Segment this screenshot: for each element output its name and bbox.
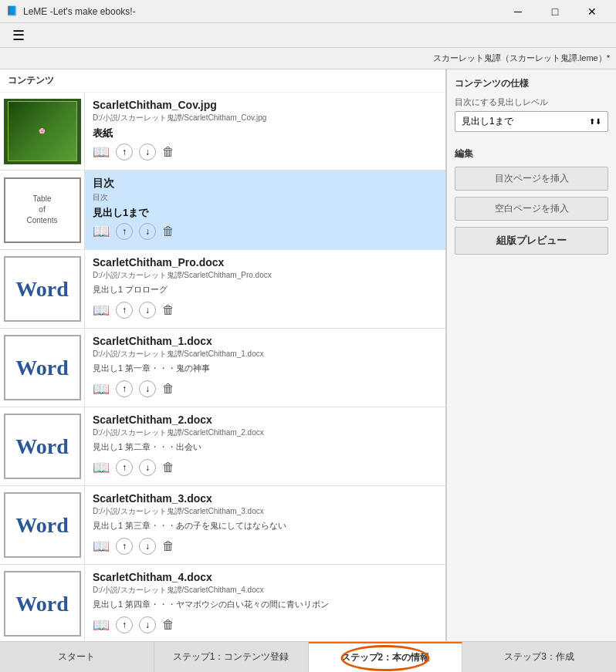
- delete-button[interactable]: 🗑: [162, 303, 174, 317]
- list-item: Word ScarletChitham_Pro.docx D:/小説/スカーレッ…: [0, 250, 445, 329]
- item-meta: 見出し1 第四章・・・ヤマボウシの白い花々の間に青いリボン: [93, 599, 438, 610]
- book-icon: 📖: [93, 144, 110, 160]
- tab-step2[interactable]: ステップ2：本の情報: [309, 642, 463, 672]
- insert-blank-button[interactable]: 空白ページを挿入: [455, 197, 608, 221]
- item-path: D:/小説/スカーレット鬼譚/ScarletChitham_Cov.jpg: [93, 113, 438, 123]
- item-meta: 見出し1 プロローグ: [93, 284, 438, 295]
- move-down-button[interactable]: ↓: [139, 380, 156, 397]
- delete-button[interactable]: 🗑: [162, 382, 174, 396]
- item-info-word3: ScarletChitham_2.docx D:/小説/スカーレット鬼譚/Sca…: [85, 407, 445, 485]
- item-thumbnail-word: Word: [0, 250, 85, 328]
- hamburger-menu[interactable]: ☰: [6, 24, 31, 47]
- list-item: Word ScarletChitham_2.docx D:/小説/スカーレット鬼…: [0, 407, 445, 486]
- delete-button[interactable]: 🗑: [162, 225, 174, 238]
- cover-inner: 🌸: [8, 101, 77, 161]
- menu-bar: ☰: [0, 23, 616, 48]
- item-info-word1: ScarletChitham_Pro.docx D:/小説/スカーレット鬼譚/S…: [85, 250, 445, 328]
- word-thumb: Word: [4, 571, 81, 637]
- item-thumbnail-word: Word: [0, 329, 85, 407]
- item-info-word5: ScarletChitham_4.docx D:/小説/スカーレット鬼譚/Sca…: [85, 565, 445, 641]
- top-bar: スカーレット鬼譚（スカーレット鬼譚.leme）*: [0, 48, 616, 69]
- book-icon: 📖: [93, 302, 110, 319]
- file-info: スカーレット鬼譚（スカーレット鬼譚.leme）*: [433, 52, 610, 64]
- item-thumbnail-toc: Table of Contents: [0, 171, 85, 249]
- main-layout: コンテンツ 🌸 ScarletChitham_Cov.jpg D:/小説/スカー…: [0, 69, 616, 641]
- move-up-button[interactable]: ↑: [116, 380, 133, 397]
- title-bar-controls: ─ □ ✕: [500, 0, 610, 23]
- list-item: 🌸 ScarletChitham_Cov.jpg D:/小説/スカーレット鬼譚/…: [0, 93, 445, 171]
- move-up-button[interactable]: ↑: [116, 302, 133, 319]
- heading-level-label: 目次にする見出しレベル: [455, 96, 608, 108]
- toc-thumb: Table of Contents: [4, 177, 81, 243]
- delete-button[interactable]: 🗑: [162, 145, 174, 159]
- move-down-button[interactable]: ↓: [139, 223, 156, 240]
- item-title: ScarletChitham_4.docx: [93, 571, 438, 583]
- move-up-button[interactable]: ↑: [116, 144, 133, 160]
- item-actions: 📖 ↑ ↓ 🗑: [93, 140, 438, 164]
- item-info-cover: ScarletChitham_Cov.jpg D:/小説/スカーレット鬼譚/Sc…: [85, 93, 445, 170]
- item-thumbnail-word: Word: [0, 486, 85, 564]
- cover-decoration: 🌸: [39, 128, 46, 134]
- app-title: LeME -Let's make ebooks!-: [23, 6, 136, 17]
- item-thumbnail-word: Word: [0, 565, 85, 641]
- book-icon: 📖: [93, 223, 110, 240]
- list-item: Word ScarletChitham_4.docx D:/小説/スカーレット鬼…: [0, 565, 445, 641]
- item-thumbnail-word: Word: [0, 407, 85, 485]
- item-actions: 📖 ↑ ↓ 🗑: [93, 456, 438, 479]
- minimize-button[interactable]: ─: [500, 0, 536, 23]
- book-icon: 📖: [93, 538, 110, 555]
- left-panel: コンテンツ 🌸 ScarletChitham_Cov.jpg D:/小説/スカー…: [0, 69, 446, 641]
- tab-start[interactable]: スタート: [0, 642, 154, 672]
- word-thumb: Word: [4, 256, 81, 322]
- delete-button[interactable]: 🗑: [162, 539, 174, 553]
- item-title: 目次: [93, 177, 438, 191]
- item-meta: 見出し1 第一章・・・鬼の神事: [93, 363, 438, 374]
- move-down-button[interactable]: ↓: [139, 459, 156, 476]
- item-actions: 📖 ↑ ↓ 🗑: [93, 220, 438, 243]
- cover-image: 🌸: [4, 99, 81, 164]
- tab-step3[interactable]: ステップ3：作成: [462, 642, 616, 672]
- edit-section-title: 編集: [455, 147, 608, 160]
- book-icon: 📖: [93, 380, 110, 397]
- item-actions: 📖 ↑ ↓ 🗑: [93, 299, 438, 322]
- item-title: ScarletChitham_Cov.jpg: [93, 99, 438, 111]
- move-down-button[interactable]: ↓: [139, 616, 156, 633]
- item-title: ScarletChitham_2.docx: [93, 414, 438, 426]
- item-actions: 📖 ↑ ↓ 🗑: [93, 535, 438, 558]
- item-info-word2: ScarletChitham_1.docx D:/小説/スカーレット鬼譚/Sca…: [85, 329, 445, 407]
- move-down-button[interactable]: ↓: [139, 538, 156, 555]
- move-down-button[interactable]: ↓: [139, 144, 156, 160]
- delete-button[interactable]: 🗑: [162, 461, 174, 474]
- move-up-button[interactable]: ↑: [116, 223, 133, 240]
- item-actions: 📖 ↑ ↓ 🗑: [93, 377, 438, 400]
- item-path: 目次: [93, 192, 438, 203]
- book-icon: 📖: [93, 616, 110, 633]
- item-meta: 見出し1まで: [93, 206, 438, 220]
- move-up-button[interactable]: ↑: [116, 538, 133, 555]
- move-up-button[interactable]: ↑: [116, 616, 133, 633]
- insert-toc-button[interactable]: 目次ページを挿入: [455, 167, 608, 191]
- preview-button[interactable]: 組版プレビュー: [455, 227, 608, 255]
- item-meta: 見出し1 第二章・・・出会い: [93, 441, 438, 453]
- word-thumb: Word: [4, 414, 81, 479]
- list-item[interactable]: Table of Contents 目次 目次 見出し1まで 📖 ↑ ↓ 🗑: [0, 171, 445, 250]
- item-title: ScarletChitham_1.docx: [93, 335, 438, 347]
- right-section-title: コンテンツの仕様: [455, 77, 608, 90]
- app-icon: 📘: [6, 5, 19, 18]
- close-button[interactable]: ✕: [574, 0, 610, 23]
- move-down-button[interactable]: ↓: [139, 302, 156, 319]
- chevron-down-icon: ⬆⬇: [589, 117, 601, 126]
- tab-step1[interactable]: ステップ1：コンテンツ登録: [154, 642, 309, 672]
- item-thumbnail-cover: 🌸: [0, 93, 85, 170]
- item-path: D:/小説/スカーレット鬼譚/ScarletChitham_4.docx: [93, 585, 438, 596]
- item-path: D:/小説/スカーレット鬼譚/ScarletChitham_2.docx: [93, 427, 438, 438]
- maximize-button[interactable]: □: [537, 0, 573, 23]
- item-meta: 表紙: [93, 127, 438, 140]
- item-info-toc: 目次 目次 見出し1まで 📖 ↑ ↓ 🗑: [85, 171, 445, 249]
- item-path: D:/小説/スカーレット鬼譚/ScarletChitham_3.docx: [93, 506, 438, 517]
- list-item: Word ScarletChitham_3.docx D:/小説/スカーレット鬼…: [0, 486, 445, 565]
- move-up-button[interactable]: ↑: [116, 459, 133, 476]
- delete-button[interactable]: 🗑: [162, 618, 174, 632]
- heading-level-select[interactable]: 見出し1まで ⬆⬇: [455, 111, 608, 132]
- edit-section: 編集 目次ページを挿入 空白ページを挿入 組版プレビュー: [455, 147, 608, 255]
